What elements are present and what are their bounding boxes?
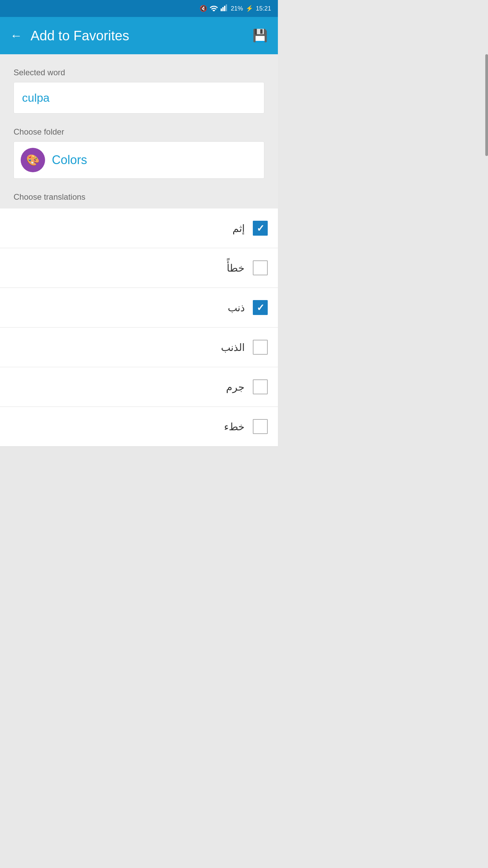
back-button[interactable]: ←	[10, 28, 22, 43]
svg-rect-1	[222, 7, 224, 11]
translation-text-2: ذنب	[228, 302, 245, 314]
translation-checkbox-0[interactable]: ✓	[253, 221, 268, 236]
svg-rect-2	[224, 6, 225, 11]
translation-text-4: جرم	[226, 381, 245, 393]
folder-selector[interactable]: 🎨 Colors	[14, 141, 264, 179]
translation-item-1[interactable]: خطأً	[0, 248, 278, 288]
app-bar-title: Add to Favorites	[30, 28, 129, 43]
palette-icon: 🎨	[26, 154, 40, 166]
translation-item-5[interactable]: خطء	[0, 407, 278, 447]
translation-checkbox-4[interactable]	[253, 379, 268, 394]
status-icons: 🔇 21% ⚡ 15:21	[200, 4, 271, 13]
svg-rect-0	[221, 8, 222, 11]
selected-word-label: Selected word	[14, 68, 264, 77]
translation-text-0: إثم	[232, 222, 245, 234]
app-bar-left: ← Add to Favorites	[10, 28, 129, 43]
mute-icon: 🔇	[200, 5, 207, 12]
folder-icon-circle: 🎨	[21, 148, 45, 172]
translation-text-5: خطء	[224, 421, 245, 433]
translation-checkbox-1[interactable]	[253, 260, 268, 275]
choose-folder-label: Choose folder	[14, 127, 264, 137]
translation-text-1: خطأً	[227, 262, 245, 274]
signal-icon	[221, 4, 228, 13]
checkmark-2: ✓	[257, 302, 264, 313]
save-button[interactable]: 💾	[252, 28, 268, 43]
translation-checkbox-5[interactable]	[253, 419, 268, 434]
status-bar: 🔇 21% ⚡ 15:21	[0, 0, 278, 17]
selected-word-field[interactable]: culpa	[14, 82, 264, 114]
wifi-icon	[210, 4, 218, 13]
checkmark-0: ✓	[257, 223, 264, 234]
selected-word-value: culpa	[22, 91, 49, 104]
content-area: Selected word culpa Choose folder 🎨 Colo…	[0, 54, 278, 209]
choose-translations-label: Choose translations	[14, 192, 264, 209]
svg-rect-3	[226, 4, 227, 11]
translation-item-2[interactable]: ذنب ✓	[0, 288, 278, 328]
battery-icon: ⚡	[246, 5, 253, 12]
translation-checkbox-3[interactable]	[253, 340, 268, 355]
app-bar: ← Add to Favorites 💾	[0, 17, 278, 54]
translations-list: إثم ✓ خطأً ذنب ✓ الذنب جرم خطء	[0, 209, 278, 447]
translation-item-4[interactable]: جرم	[0, 367, 278, 407]
translation-checkbox-2[interactable]: ✓	[253, 300, 268, 315]
translation-text-3: الذنب	[221, 341, 245, 353]
translation-item-0[interactable]: إثم ✓	[0, 209, 278, 248]
battery-percent: 21%	[231, 5, 243, 12]
time-display: 15:21	[256, 5, 271, 12]
folder-name: Colors	[52, 153, 87, 167]
translation-item-3[interactable]: الذنب	[0, 328, 278, 367]
